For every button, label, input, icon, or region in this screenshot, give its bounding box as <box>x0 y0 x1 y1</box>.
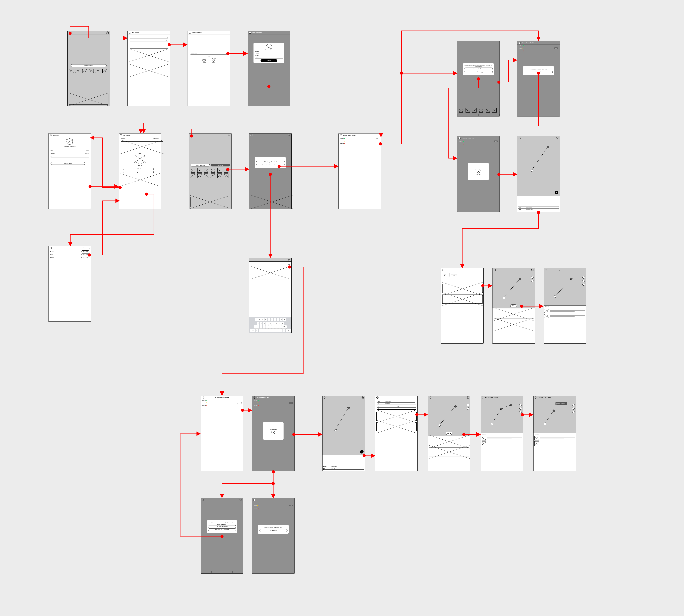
row-andrew[interactable]: AndrewVisit <box>339 137 381 140</box>
confirm-changes-button[interactable]: Confirm Changes <box>50 162 85 165</box>
back-icon[interactable]: ‹ <box>376 396 378 399</box>
close-icon[interactable]: ✕ <box>253 396 256 399</box>
close-window-button[interactable]: Close window <box>259 529 287 532</box>
clear-icon[interactable]: ✕ <box>288 263 290 265</box>
app-slot[interactable] <box>76 69 80 73</box>
map-canvas[interactable]: GO➔ <box>492 272 535 308</box>
app-slot[interactable] <box>211 174 215 178</box>
row-amelia[interactable]: AmeliaInvite <box>201 401 243 404</box>
keyboard[interactable]: QWERTYUIOP ASDFGHJKL ⇧ZXCVBNM⌫ 123☺ 🎤↵ <box>249 317 291 333</box>
back-icon[interactable]: ‹ <box>518 137 521 139</box>
close-icon[interactable]: ✕ <box>189 32 191 34</box>
row-brianna[interactable]: BriannaAdd to Group <box>48 256 91 259</box>
row-bio[interactable]: Bio <box>50 155 89 158</box>
close-icon[interactable]: ✕ <box>253 499 256 501</box>
close-icon[interactable]: ✕ <box>249 32 251 34</box>
visit-friends-tab[interactable]: Visit Friends <box>211 164 230 167</box>
result-item[interactable] <box>494 310 534 319</box>
google-icon[interactable] <box>212 58 215 62</box>
close-icon[interactable]: ✕ <box>518 42 521 44</box>
app-slot[interactable] <box>96 69 100 73</box>
back-icon[interactable]: ‹ <box>429 396 431 399</box>
yes-share-button[interactable]: Yes, share location now <box>464 68 493 70</box>
app-slot[interactable] <box>224 174 228 178</box>
app-slot[interactable] <box>197 174 202 178</box>
row-andrew[interactable]: Andrew <box>201 399 243 401</box>
go-button[interactable]: GO➔ <box>510 305 517 307</box>
row-amelia[interactable]: AmeliaVisit <box>517 47 559 50</box>
row-brianna[interactable]: Brianna <box>201 404 243 406</box>
change-photo-button[interactable]: Change Profile Photo <box>64 146 75 147</box>
email-field[interactable]: Email Address <box>190 52 228 54</box>
row-andrew[interactable]: AndrewAdd to Group <box>48 250 91 253</box>
result-item[interactable] <box>494 320 534 329</box>
close-icon[interactable]: ✕ <box>120 134 122 136</box>
cancel-icon[interactable] <box>477 172 480 175</box>
close-icon[interactable]: ✕ <box>459 137 461 139</box>
app-slot[interactable] <box>211 168 215 173</box>
solo-button[interactable]: Take a Danger Social break <box>257 160 285 163</box>
back-icon[interactable]: ‹ <box>535 396 537 399</box>
app-slot[interactable] <box>191 168 195 173</box>
see-screentime-tab[interactable]: See My Screentime <box>191 164 210 167</box>
row-username[interactable]: UsernameDan.Tel <box>50 152 89 155</box>
password-input[interactable]: •••••••• <box>255 56 283 59</box>
direction-step[interactable] <box>482 441 522 446</box>
app-slot[interactable] <box>217 168 222 173</box>
close-icon[interactable]: ✕ <box>50 247 52 249</box>
row-amelia[interactable]: AmeliaAdd to Group <box>48 253 91 256</box>
app-slot[interactable] <box>224 168 228 173</box>
add-friend-chip[interactable]: Add Friend <box>83 247 90 249</box>
map-canvas[interactable]: ➔ <box>323 399 365 455</box>
app-slot[interactable] <box>89 69 93 73</box>
go-fab[interactable]: ➔ <box>555 191 558 194</box>
close-icon[interactable]: ✕ <box>340 134 342 136</box>
avatar-icon[interactable] <box>106 31 109 34</box>
close-icon[interactable]: ✕ <box>129 32 131 34</box>
transport-grid[interactable]: BusCycle Car <box>377 405 416 410</box>
result-item[interactable] <box>442 294 483 304</box>
direction-step[interactable] <box>534 436 575 440</box>
back-icon[interactable]: ‹ <box>494 269 496 271</box>
map-canvas[interactable]: GO➔ <box>428 399 470 436</box>
direction-step[interactable] <box>545 309 585 313</box>
avatar-icon[interactable] <box>228 134 230 136</box>
direction-step[interactable] <box>534 441 575 446</box>
edit-profile-button[interactable]: Edit Profile <box>123 168 154 170</box>
app-slot[interactable] <box>103 69 107 73</box>
row-amelia[interactable]: AmeliaVisit <box>252 401 294 404</box>
row-brianna[interactable]: Brianna <box>339 142 381 144</box>
avatar-icon[interactable] <box>556 137 558 139</box>
yes-directions-button[interactable]: Yes, show me directions <box>208 525 236 528</box>
row-name[interactable]: NameDaniel <box>50 149 89 152</box>
result-item[interactable] <box>429 437 469 446</box>
route-end[interactable]: EndMeet up Spot <box>324 468 364 470</box>
close-icon[interactable]: ✕ <box>50 134 52 136</box>
avatar-icon[interactable] <box>288 259 290 261</box>
app-slot[interactable] <box>204 174 208 178</box>
row-andrew[interactable]: AndrewVisit <box>457 140 500 143</box>
back-icon[interactable]: ‹ <box>442 269 444 271</box>
back-icon[interactable]: ‹ <box>545 269 547 271</box>
route-start[interactable]: StartCurrent Location <box>518 206 559 208</box>
map-canvas[interactable]: Based on the time spent in apps <box>533 399 576 433</box>
close-window-button[interactable]: Close window <box>525 71 553 73</box>
app-slot[interactable] <box>69 69 73 73</box>
app-slot[interactable] <box>217 174 222 178</box>
map-canvas[interactable] <box>481 399 523 433</box>
transport-grid[interactable]: BusCycle Car <box>443 278 482 282</box>
app-slot[interactable] <box>191 174 195 178</box>
app-slot[interactable] <box>82 69 87 73</box>
row-amelia[interactable]: AmeliaVisit <box>252 504 294 507</box>
app-slot[interactable] <box>204 168 208 173</box>
row-measured[interactable]: MeasuredShares Only <box>130 36 168 39</box>
go-button[interactable]: GO➔ <box>446 432 453 435</box>
row-amelia[interactable]: Amelia <box>339 140 381 142</box>
result-item[interactable] <box>429 447 469 457</box>
row-account[interactable]: AccountLogin <box>130 39 168 42</box>
route-start[interactable]: StartCurrent Location <box>324 466 364 467</box>
cancel-icon[interactable] <box>271 431 275 434</box>
result-item[interactable] <box>376 412 417 421</box>
gear-icon[interactable] <box>69 31 71 34</box>
no-stay-button[interactable]: No, I would like to stay private <box>208 528 236 531</box>
